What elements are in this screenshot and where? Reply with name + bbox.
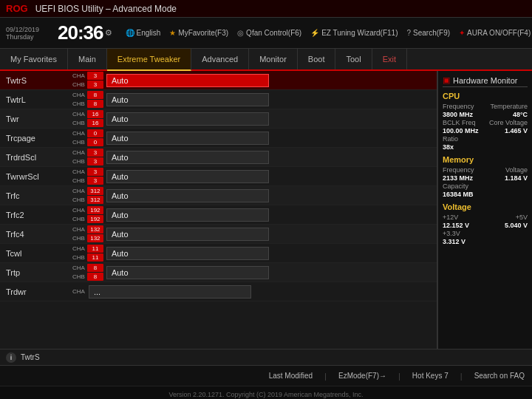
chip-group: CHA3CHB3	[72, 149, 103, 166]
cpu-bclk-val-row: 100.00 MHz 1.465 V	[443, 127, 528, 134]
copyright-text: Version 2.20.1271. Copyright (C) 2019 Am…	[168, 391, 363, 398]
chip-group: CHA11CHB11	[72, 245, 103, 262]
param-row[interactable]: Trfc2CHA192CHB192Auto	[0, 205, 437, 225]
param-row[interactable]: TcwlCHA11CHB11Auto	[0, 244, 437, 263]
param-panel: TwtrSCHA3CHB3AutoTwtrLCHA8CHB8AutoTwrCHA…	[0, 71, 437, 349]
param-name: TwrwrScl	[6, 172, 72, 181]
ezmode-label: EzMode(F7)→	[338, 372, 386, 380]
main-content: TwtrSCHA3CHB3AutoTwtrLCHA8CHB8AutoTwrCHA…	[0, 71, 532, 349]
date-text: 09/12/2019	[6, 26, 50, 33]
nav-main[interactable]: Main	[68, 49, 107, 69]
tooltip-text: TwtrS	[21, 353, 40, 361]
volt-12v-label-row: +12V +5V	[443, 214, 528, 221]
nav-boot[interactable]: Boot	[298, 49, 336, 69]
language-icon: 🌐	[126, 29, 134, 37]
chip-group: CHA16CHB16	[72, 110, 103, 127]
param-value[interactable]: Auto	[106, 228, 269, 241]
param-name: TwtrS	[6, 76, 72, 85]
param-row[interactable]: TrcpageCHA0CHB0Auto	[0, 129, 437, 148]
info-icon: i	[6, 352, 16, 363]
eztuning-tool[interactable]: ⚡ EZ Tuning Wizard(F11)	[310, 29, 398, 37]
param-name: TwtrL	[6, 95, 72, 104]
rog-logo: ROG	[6, 3, 28, 14]
bottom-bar: Version 2.20.1271. Copyright (C) 2019 Am…	[0, 386, 532, 399]
qfan-tool[interactable]: ◎ Qfan Control(F6)	[237, 29, 301, 37]
chip-group: CHA192CHB192	[72, 206, 103, 223]
last-modified-item[interactable]: Last Modified	[269, 372, 313, 380]
nav-advanced[interactable]: Advanced	[191, 49, 249, 69]
aura-label: AURA ON/OFF(F4)	[467, 29, 531, 37]
param-row[interactable]: TwtrLCHA8CHB8Auto	[0, 90, 437, 109]
cpu-ratio-label-row: Ratio	[443, 135, 528, 143]
search-icon: ?	[407, 29, 412, 37]
param-row[interactable]: TwrwrSclCHA3CHB3Auto	[0, 167, 437, 186]
aura-tool[interactable]: ✦ AURA ON/OFF(F4)	[459, 29, 531, 37]
param-value[interactable]: Auto	[106, 266, 269, 279]
param-value[interactable]: Auto	[106, 189, 269, 202]
param-name: Tcwl	[6, 249, 72, 258]
param-value[interactable]: Auto	[106, 93, 269, 106]
time-display: 20:36	[58, 21, 103, 44]
param-row[interactable]: TrdwrCHA...	[0, 282, 437, 301]
nav-exit[interactable]: Exit	[372, 49, 407, 69]
param-name: Twr	[6, 115, 72, 123]
myfavorite-tool[interactable]: ★ MyFavorite(F3)	[169, 29, 228, 37]
volt-33v-val-row: 3.312 V	[443, 238, 528, 245]
param-name: TrdrdScl	[6, 153, 72, 162]
param-name: Trtp	[6, 268, 72, 277]
settings-icon[interactable]: ⚙	[105, 28, 112, 38]
chip-group: CHA132CHB132	[72, 225, 103, 242]
nav-bar: My Favorites Main Extreme Tweaker Advanc…	[0, 49, 532, 71]
mem-cap-val-row: 16384 MB	[443, 191, 528, 198]
search-faq-item[interactable]: Search on FAQ	[474, 372, 525, 380]
param-name: Trfc2	[6, 211, 72, 219]
search-faq-label: Search on FAQ	[474, 372, 525, 380]
nav-monitor[interactable]: Monitor	[249, 49, 298, 69]
language-label: English	[137, 29, 161, 37]
hw-monitor: ▣ Hardware Monitor CPU Frequency Tempera…	[437, 71, 532, 349]
volt-33v-label-row: +3.3V	[443, 230, 528, 237]
nav-favorites[interactable]: My Favorites	[0, 49, 68, 69]
fan-icon: ◎	[237, 29, 244, 37]
param-value[interactable]: Auto	[106, 151, 269, 164]
search-tool[interactable]: ? Search(F9)	[407, 29, 451, 37]
param-row[interactable]: TwtrSCHA3CHB3Auto	[0, 71, 437, 90]
mem-freq-val-row: 2133 MHz 1.184 V	[443, 174, 528, 182]
voltage-section-title: Voltage	[443, 202, 528, 211]
search-label: Search(F9)	[413, 29, 450, 37]
param-value[interactable]: Auto	[106, 170, 269, 183]
ezmode-item[interactable]: EzMode(F7)→	[338, 372, 386, 380]
nav-tool[interactable]: Tool	[335, 49, 372, 69]
param-row[interactable]: TrdrdSclCHA3CHB3Auto	[0, 148, 437, 167]
param-value[interactable]: Auto	[106, 247, 269, 260]
cpu-freq-val-row: 3800 MHz 48°C	[443, 111, 528, 118]
param-value[interactable]: Auto	[106, 208, 269, 222]
chip-group: CHA3CHB3	[72, 168, 103, 185]
param-value[interactable]: ...	[89, 285, 251, 299]
nav-extreme-tweaker[interactable]: Extreme Tweaker	[107, 49, 191, 71]
param-row[interactable]: Trfc4CHA132CHB132Auto	[0, 225, 437, 244]
mem-freq-label-row: Frequency Voltage	[443, 166, 528, 174]
param-row[interactable]: TwrCHA16CHB16Auto	[0, 109, 437, 129]
cpu-freq-label-row: Frequency Temperature	[443, 103, 528, 110]
param-name: Trdwr	[6, 287, 72, 296]
aura-icon: ✦	[459, 29, 465, 37]
param-row[interactable]: TrtpCHA8CHB8Auto	[0, 263, 437, 282]
volt-12v-val-row: 12.152 V 5.040 V	[443, 222, 528, 229]
param-row[interactable]: TrfcCHA312CHB312Auto	[0, 186, 437, 205]
tooltip-bar: i TwtrS	[0, 349, 532, 365]
param-value[interactable]: Auto	[106, 112, 269, 126]
memory-section-title: Memory	[443, 155, 528, 164]
language-tool[interactable]: 🌐 English	[126, 29, 161, 37]
param-value[interactable]: Auto	[106, 132, 269, 145]
eztuning-label: EZ Tuning Wizard(F11)	[321, 29, 398, 37]
favorite-label: MyFavorite(F3)	[178, 29, 228, 37]
hw-monitor-title: ▣ Hardware Monitor	[443, 75, 528, 87]
hotkeys-item[interactable]: Hot Keys 7	[412, 372, 449, 380]
mem-cap-label-row: Capacity	[443, 183, 528, 190]
chip-group: CHA0CHB0	[72, 129, 103, 146]
param-value[interactable]: Auto	[106, 74, 269, 87]
status-bar: Last Modified | EzMode(F7)→ | Hot Keys 7…	[0, 365, 532, 386]
title-bar: ROG UEFI BIOS Utility – Advanced Mode	[0, 0, 532, 18]
cpu-section-title: CPU	[443, 92, 528, 100]
